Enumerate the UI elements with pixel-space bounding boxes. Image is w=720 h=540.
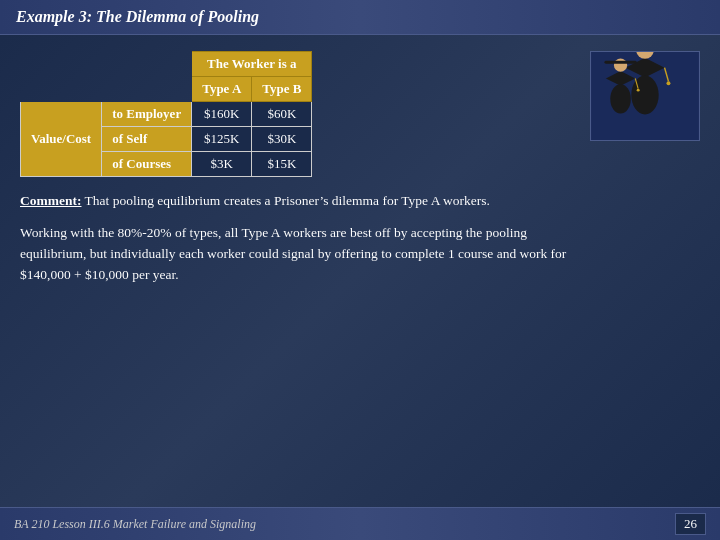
footer: BA 210 Lesson III.6 Market Failure and S… xyxy=(0,507,720,540)
col1-header: Type A xyxy=(192,77,252,102)
col2-header: Type B xyxy=(252,77,312,102)
self-typeA: $125K xyxy=(192,127,252,152)
table-container: The Worker is a Type A Type B Value/Cost xyxy=(20,51,574,177)
data-table: The Worker is a Type A Type B Value/Cost xyxy=(20,51,312,177)
graduation-image xyxy=(590,51,700,141)
empty-sub1 xyxy=(21,77,102,102)
working-text: Working with the 80%-20% of types, all T… xyxy=(20,223,574,286)
page-title: Example 3: The Dilemma of Pooling xyxy=(16,8,704,26)
courses-typeA: $3K xyxy=(192,152,252,177)
svg-rect-12 xyxy=(604,61,636,64)
table-subheader-row: Type A Type B xyxy=(21,77,312,102)
svg-point-9 xyxy=(637,89,640,92)
employer-typeA: $160K xyxy=(192,102,252,127)
row-label-employer: to Employer xyxy=(102,102,192,127)
empty-sub2 xyxy=(102,77,192,102)
svg-point-10 xyxy=(610,84,631,113)
empty-header-cell2 xyxy=(102,52,192,77)
row-label-main: Value/Cost xyxy=(21,102,102,177)
left-section: The Worker is a Type A Type B Value/Cost xyxy=(20,51,574,286)
title-bar: Example 3: The Dilemma of Pooling xyxy=(0,0,720,35)
comment-section: Comment: That pooling equilibrium create… xyxy=(20,191,574,211)
svg-point-4 xyxy=(631,75,658,114)
page-container: Example 3: The Dilemma of Pooling The Wo… xyxy=(0,0,720,540)
worker-header: The Worker is a xyxy=(192,52,312,77)
footer-page-number: 26 xyxy=(675,513,706,535)
row-label-courses: of Courses xyxy=(102,152,192,177)
svg-point-11 xyxy=(614,59,627,72)
svg-point-3 xyxy=(667,81,671,85)
comment-label: Comment: xyxy=(20,193,81,208)
comment-text: That pooling equilibrium creates a Priso… xyxy=(81,193,489,208)
row-label-self: of Self xyxy=(102,127,192,152)
employer-typeB: $60K xyxy=(252,102,312,127)
empty-header-cell xyxy=(21,52,102,77)
graduation-svg xyxy=(591,52,699,140)
self-typeB: $30K xyxy=(252,127,312,152)
main-content: The Worker is a Type A Type B Value/Cost xyxy=(0,35,720,302)
courses-typeB: $15K xyxy=(252,152,312,177)
footer-label: BA 210 Lesson III.6 Market Failure and S… xyxy=(14,517,256,532)
table-row: Value/Cost to Employer $160K $60K xyxy=(21,102,312,127)
working-section: Working with the 80%-20% of types, all T… xyxy=(20,223,574,286)
table-header-row: The Worker is a xyxy=(21,52,312,77)
